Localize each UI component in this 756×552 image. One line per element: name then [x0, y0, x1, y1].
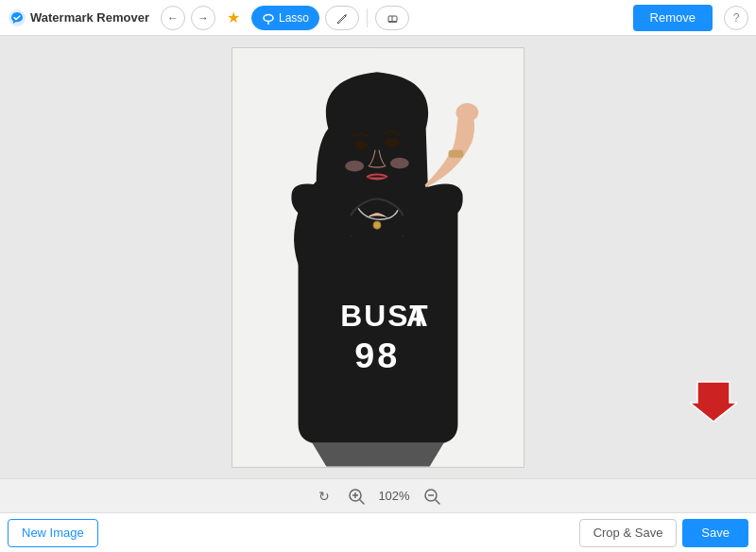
- lasso-label: Lasso: [279, 11, 309, 25]
- svg-line-25: [360, 500, 364, 504]
- zoom-bar: ↻ 102%: [0, 478, 756, 512]
- toolbar: Watermark Remover ← → ★ Lasso Remove ?: [0, 0, 756, 36]
- svg-point-1: [264, 14, 273, 21]
- eraser-tool-button[interactable]: [375, 6, 409, 30]
- svg-marker-21: [690, 382, 737, 422]
- save-button[interactable]: Save: [682, 519, 748, 547]
- svg-point-9: [354, 140, 368, 149]
- bottom-bar: New Image Crop & Save Save: [0, 512, 756, 552]
- back-button[interactable]: ←: [161, 6, 185, 30]
- eraser-icon: [386, 11, 399, 25]
- app-logo-icon: [8, 9, 26, 27]
- svg-text:A: A: [406, 298, 428, 332]
- svg-rect-14: [449, 149, 464, 157]
- toolbar-divider: [367, 9, 368, 27]
- image-container: BUST A 98: [232, 47, 524, 468]
- app-title: Watermark Remover: [30, 10, 149, 25]
- back-icon: ←: [167, 11, 179, 25]
- person-image: BUST A 98: [232, 48, 524, 467]
- crop-save-button[interactable]: Crop & Save: [579, 519, 678, 547]
- zoom-in-button[interactable]: [346, 486, 367, 507]
- svg-point-11: [345, 160, 364, 171]
- forward-icon: →: [198, 11, 209, 25]
- svg-point-10: [385, 137, 400, 147]
- lasso-icon: [262, 11, 275, 25]
- zoom-reset-button[interactable]: ↻: [314, 486, 335, 507]
- svg-point-12: [390, 157, 409, 168]
- zoom-in-icon: [348, 488, 365, 505]
- zoom-level: 102%: [378, 489, 409, 503]
- forward-button[interactable]: →: [191, 6, 215, 30]
- zoom-out-icon: [423, 488, 440, 505]
- svg-point-13: [455, 103, 478, 122]
- zoom-out-button[interactable]: [421, 486, 442, 507]
- main-image: BUST A 98: [232, 47, 524, 468]
- star-icon: ★: [227, 9, 240, 26]
- pen-icon: [335, 11, 349, 25]
- lasso-tool-button[interactable]: Lasso: [251, 6, 319, 30]
- app-logo: Watermark Remover: [8, 9, 149, 27]
- svg-text:98: 98: [354, 336, 400, 375]
- new-image-button[interactable]: New Image: [8, 519, 98, 547]
- download-arrow-indicator: [690, 374, 737, 422]
- favorite-button[interactable]: ★: [221, 6, 246, 30]
- canvas-area: BUST A 98: [0, 36, 756, 478]
- pen-tool-button[interactable]: [325, 6, 359, 30]
- svg-line-28: [436, 500, 439, 504]
- svg-point-19: [373, 221, 381, 229]
- zoom-reset-icon: ↻: [318, 489, 330, 504]
- remove-button[interactable]: Remove: [633, 5, 713, 31]
- help-button[interactable]: ?: [724, 6, 748, 30]
